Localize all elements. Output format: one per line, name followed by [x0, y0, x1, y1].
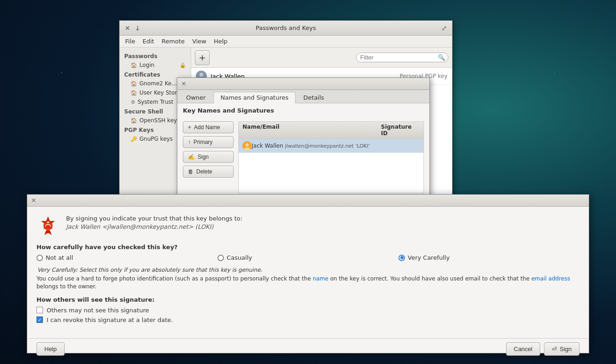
sign-others-title: How others will see this signature:: [36, 296, 580, 303]
key-row-alias: 'LOKI': [356, 143, 370, 149]
key-properties-dialog: ✕ Owner Names and Signatures Details Key…: [177, 78, 430, 197]
pw-maximize-button[interactable]: ⤢: [440, 24, 448, 32]
sign-bottom-buttons: Help Cancel ⏎ Sign: [27, 338, 589, 359]
sign-check-title: How carefully have you checked this key?: [36, 244, 580, 251]
primary-button[interactable]: ↑ Primary: [183, 136, 234, 148]
sign-dialog-body: By signing you indicate your trust that …: [27, 207, 589, 338]
sign-carefully-text: Very Carefully: Select this only if you …: [37, 267, 580, 273]
key-dialog-body: + Add Name ↑ Primary ✍ Sign 🗑 Delete Nam…: [177, 116, 429, 199]
sign-trust-row: By signing you indicate your trust that …: [36, 214, 580, 237]
filter-input[interactable]: [360, 54, 438, 61]
radio-casually-indicator: [217, 255, 224, 261]
menu-remote[interactable]: Remote: [158, 37, 188, 46]
radio-very-carefully-indicator: [399, 255, 405, 261]
menu-edit[interactable]: Edit: [139, 37, 158, 46]
sign-dialog: ✕ By signing you indicate your trust tha…: [27, 194, 589, 353]
radio-not-at-all-label: Not at all: [46, 254, 73, 261]
menu-view[interactable]: View: [188, 37, 210, 46]
col-name-email: Name/Email: [239, 122, 377, 138]
checkbox-others-indicator: [36, 307, 43, 313]
sign-button[interactable]: ✍ Sign: [183, 151, 234, 163]
key-dialog-tabs: Owner Names and Signatures Details: [177, 90, 429, 103]
radio-very-carefully[interactable]: Very Carefully: [399, 254, 580, 261]
pw-download-button[interactable]: ↓: [133, 24, 142, 32]
help-button[interactable]: Help: [36, 342, 65, 356]
tab-details[interactable]: Details: [296, 92, 331, 103]
home-icon-openssh: 🏠: [131, 118, 137, 124]
sidebar-openssh-label: OpenSSH keys: [139, 117, 180, 124]
sign-trust-key: Jack Wallen <jlwallen@monkeypantz.net> (…: [66, 223, 242, 230]
radio-casually[interactable]: Casually: [217, 254, 399, 261]
sign-trust-info: By signing you indicate your trust that …: [66, 214, 242, 230]
menu-file[interactable]: File: [121, 37, 139, 46]
cancel-button[interactable]: Cancel: [506, 342, 540, 356]
menu-help[interactable]: Help: [210, 37, 231, 46]
sign-trust-text: By signing you indicate your trust that …: [66, 214, 242, 223]
checkbox-revoke-indicator: ✓: [36, 316, 43, 323]
delete-button[interactable]: 🗑 Delete: [183, 166, 234, 178]
pw-titlebar: ✕ ↓ Passwords and Keys ⤢: [120, 21, 452, 36]
checkbox-others-label: Others may not see this signature: [47, 307, 149, 314]
lock-icon: 🔒: [180, 62, 186, 68]
key-dialog-titlebar: ✕: [177, 78, 429, 90]
radio-not-at-all[interactable]: Not at all: [36, 254, 217, 261]
sign-carefully-desc: You could use a hard to forge photo iden…: [36, 275, 580, 291]
pw-titlebar-buttons: ✕ ↓: [123, 24, 142, 32]
key-list-header: Name/Email Signature ID: [239, 122, 423, 139]
key-icon-gnupg: 🔑: [131, 136, 137, 142]
home-icon: 🏠: [131, 62, 137, 68]
add-name-button[interactable]: + Add Name: [183, 121, 234, 133]
tab-owner[interactable]: Owner: [179, 92, 212, 103]
sidebar-gnupg-label: GnuPG keys: [139, 136, 173, 142]
pw-window-title: Passwords and Keys: [256, 24, 316, 31]
user-avatar-small: [242, 141, 252, 150]
sign-confirm-button[interactable]: ⏎ Sign: [544, 342, 580, 356]
filter-box: 🔍: [356, 53, 448, 62]
pw-close-button[interactable]: ✕: [123, 24, 132, 32]
radio-very-carefully-label: Very Carefully: [408, 254, 450, 261]
key-section-title: Key Names and Signatures: [177, 103, 429, 116]
checkbox-revoke-label: I can revoke this signature at a later d…: [47, 316, 173, 323]
sign-dialog-titlebar: ✕: [27, 195, 589, 207]
radio-casually-label: Casually: [227, 254, 252, 261]
delete-icon: 🗑: [188, 168, 193, 175]
home-icon-userkey: 🏠: [131, 90, 137, 96]
sign-icon: ✍: [188, 154, 195, 160]
plus-icon: +: [188, 124, 191, 131]
key-row-email: jlwallen@monkeypantz.net: [285, 143, 354, 149]
key-list-row[interactable]: Jack Wallen jlwallen@monkeypantz.net 'LO…: [239, 139, 423, 153]
sidebar-item-login[interactable]: 🏠 Login 🔒: [120, 60, 191, 70]
svg-point-1: [199, 73, 203, 77]
col-signature-id: Signature ID: [377, 122, 423, 138]
sidebar-section-passwords: Passwords: [120, 51, 191, 60]
radio-not-at-all-indicator: [36, 255, 43, 261]
sign-radio-row: Not at all Casually Very Carefully: [36, 254, 580, 261]
seal-svg: [37, 215, 59, 237]
key-row-name-email: Jack Wallen jlwallen@monkeypantz.net 'LO…: [252, 143, 374, 149]
sidebar-login-label: Login: [139, 62, 154, 68]
sidebar-systemtrust-label: System Trust: [138, 99, 174, 105]
up-icon: ↑: [188, 139, 191, 145]
pw-menubar: File Edit Remote View Help: [120, 36, 452, 48]
svg-point-8: [47, 221, 49, 223]
key-list-section: Name/Email Signature ID Jack Wallen jlwa…: [238, 121, 424, 193]
sign-seal: [36, 214, 60, 237]
tab-names-signatures[interactable]: Names and Signatures: [213, 92, 295, 103]
sign-right-buttons: Cancel ⏎ Sign: [506, 342, 580, 356]
sign-dialog-close-button[interactable]: ✕: [30, 197, 37, 204]
sign-checkbox-revoke[interactable]: ✓ I can revoke this signature at a later…: [36, 316, 580, 323]
search-icon: 🔍: [438, 54, 445, 61]
sign-check-section: How carefully have you checked this key?…: [36, 244, 580, 261]
sign-others-section: How others will see this signature: Othe…: [36, 296, 580, 323]
key-dialog-close-button[interactable]: ✕: [180, 80, 187, 88]
home-icon-gnome: 🏠: [131, 81, 137, 87]
add-button[interactable]: +: [195, 50, 210, 65]
pw-toolbar: + 🔍: [191, 48, 452, 68]
svg-point-4: [246, 143, 249, 147]
sign-checkbox-others[interactable]: Others may not see this signature: [36, 307, 580, 314]
sign-arrow-icon: ⏎: [552, 346, 557, 352]
gear-icon-trust: ⚙: [131, 99, 135, 105]
sidebar-gnome2-label: Gnome2 Ke...: [139, 80, 177, 87]
key-actions: + Add Name ↑ Primary ✍ Sign 🗑 Delete: [183, 121, 234, 193]
